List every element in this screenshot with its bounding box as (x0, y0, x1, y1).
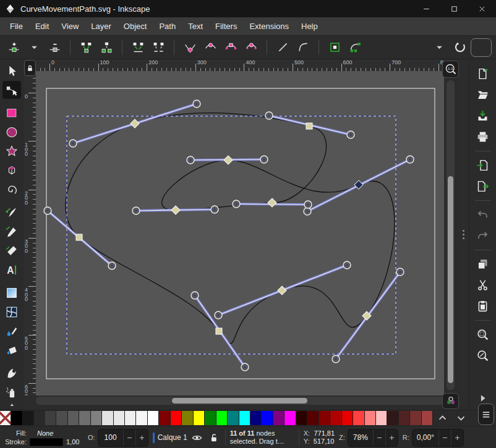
insert-node-button[interactable] (4, 38, 23, 57)
node-symmetric-button[interactable] (221, 38, 240, 57)
path-node-diamond[interactable] (171, 206, 180, 214)
rotation-increase-button[interactable] (451, 429, 463, 446)
opacity-increase-button[interactable] (135, 429, 148, 446)
color-swatch[interactable] (342, 411, 353, 425)
rotation-spinbox[interactable]: 0,00° (412, 429, 464, 447)
save-doc-button[interactable] (474, 107, 492, 125)
color-swatch[interactable] (79, 411, 90, 425)
color-swatch[interactable] (376, 411, 387, 425)
path-node-square[interactable] (306, 123, 312, 129)
color-swatch[interactable] (171, 411, 182, 425)
menu-path[interactable]: Path (153, 19, 182, 33)
tool-node-editor[interactable] (2, 81, 21, 99)
path-node-diamond[interactable] (278, 286, 286, 295)
zoom-decrease-button[interactable] (373, 429, 385, 446)
tool-ellipse-tool[interactable] (2, 123, 21, 141)
menu-extensions[interactable]: Extensions (243, 19, 295, 33)
tool-spray-tool[interactable] (2, 383, 21, 401)
color-management-button[interactable] (442, 393, 459, 409)
tool-spiral-tool[interactable] (2, 180, 21, 198)
color-swatch[interactable] (148, 411, 159, 425)
zoom-selection-button[interactable] (474, 326, 492, 344)
delete-segment-button[interactable] (149, 38, 168, 57)
opacity-spinbox[interactable]: 100 (98, 429, 148, 447)
tool-star-tool[interactable] (2, 142, 21, 160)
color-swatch[interactable] (250, 411, 262, 425)
horizontal-scrollbar-thumb[interactable] (172, 398, 307, 404)
tool-rect-tool[interactable] (2, 104, 21, 122)
canvas[interactable] (36, 71, 444, 395)
vertical-scrollbar-thumb[interactable] (448, 176, 453, 383)
path-node-diamond[interactable] (268, 198, 276, 207)
layer-visibility-toggle[interactable] (190, 431, 204, 444)
dropdown-arrow-button[interactable] (25, 38, 43, 57)
segment-line-button[interactable] (273, 38, 292, 57)
zoom-spinbox[interactable]: 78% (348, 429, 398, 447)
path-node-square[interactable] (76, 234, 82, 240)
stroke-color-swatch[interactable] (30, 438, 63, 446)
close-button[interactable] (468, 0, 496, 17)
zoom-1-1-button[interactable]: 1:1 (442, 61, 459, 78)
toolbox-scroll-up[interactable] (7, 402, 17, 408)
tool-gradient-tool[interactable] (2, 284, 21, 302)
minimize-button[interactable] (413, 0, 440, 17)
tool-calligraphy-tool[interactable] (2, 242, 21, 260)
layer-name[interactable]: Calque 1 (158, 433, 187, 442)
menu-view[interactable]: View (55, 19, 85, 33)
palette-scroll-up-button[interactable] (433, 411, 451, 425)
color-swatch[interactable] (11, 411, 22, 425)
color-swatch[interactable] (262, 411, 273, 425)
menu-help[interactable]: Help (295, 19, 324, 33)
color-swatch[interactable] (216, 411, 228, 425)
drawing-svg[interactable] (36, 71, 444, 395)
menu-text[interactable]: Text (182, 19, 209, 33)
export-doc-button[interactable] (474, 177, 492, 195)
duplicate-button[interactable] (474, 255, 492, 273)
color-swatch[interactable] (319, 411, 330, 425)
path-node-diamond[interactable] (130, 119, 139, 128)
join-segment-button[interactable] (129, 38, 147, 57)
path-node-diamond[interactable] (224, 156, 233, 164)
color-swatch[interactable] (228, 411, 239, 425)
opacity-value[interactable]: 100 (98, 433, 123, 442)
new-doc-button[interactable] (474, 65, 492, 83)
collapse-left-button[interactable] (471, 38, 492, 57)
open-doc-button[interactable] (474, 86, 492, 104)
tool-text-tool[interactable]: A (2, 261, 21, 279)
zoom-value[interactable]: 78% (348, 433, 373, 442)
fill-stroke-indicator[interactable]: Fill: None Stroke: 1,00 (3, 429, 83, 446)
tool-mesh-tool[interactable] (2, 303, 21, 321)
menu-edit[interactable]: Edit (29, 19, 55, 33)
color-swatch[interactable] (182, 411, 193, 425)
maximize-button[interactable] (440, 0, 468, 17)
object-to-path-button[interactable] (325, 38, 344, 57)
color-swatch[interactable] (387, 411, 398, 425)
color-swatch[interactable] (422, 411, 433, 425)
color-swatch[interactable] (365, 411, 376, 425)
color-swatch[interactable] (284, 411, 296, 425)
rotate-view-button[interactable] (450, 38, 469, 57)
tool-tweak-tool[interactable] (2, 364, 21, 382)
cut-button[interactable] (474, 276, 492, 294)
color-swatch[interactable] (296, 411, 307, 425)
color-swatch[interactable] (399, 411, 410, 425)
zoom-increase-button[interactable] (385, 429, 398, 446)
print-doc-button[interactable] (474, 128, 492, 146)
tool-pen-tool[interactable] (2, 203, 21, 221)
color-swatch[interactable] (330, 411, 341, 425)
color-swatch[interactable] (136, 411, 147, 425)
break-nodes-button[interactable] (97, 38, 116, 57)
import-doc-button[interactable] (474, 156, 492, 174)
rotation-decrease-button[interactable] (438, 429, 451, 446)
menu-object[interactable]: Object (118, 19, 153, 33)
color-swatch[interactable] (125, 411, 136, 425)
stroke-to-path-button[interactable] (346, 38, 364, 57)
menu-filters[interactable]: Filters (209, 19, 243, 33)
node-smooth-button[interactable] (201, 38, 220, 57)
node-auto-button[interactable] (242, 38, 260, 57)
redo-button[interactable] (474, 227, 492, 245)
color-swatch[interactable] (56, 411, 67, 425)
tool-selector[interactable] (2, 62, 21, 80)
join-nodes-button[interactable] (77, 38, 95, 57)
horizontal-scrollbar-track[interactable] (36, 397, 444, 405)
